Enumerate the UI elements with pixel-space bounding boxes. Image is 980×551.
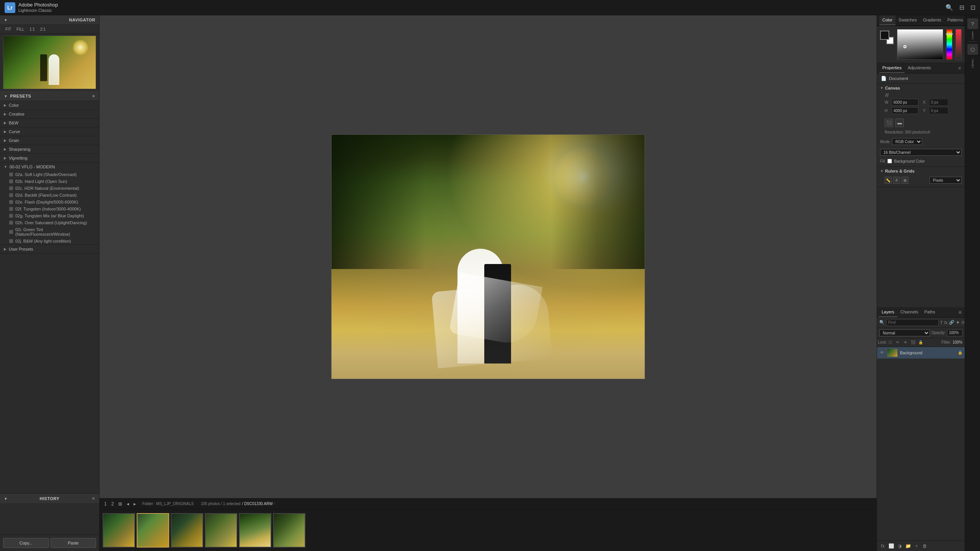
preset-bw-header[interactable]: ▶ B&W bbox=[0, 119, 99, 127]
libraries-btn[interactable]: ⬡ bbox=[967, 44, 978, 55]
preset-item-02a[interactable]: 02a. Soft Light (Shade/Overcast) bbox=[0, 171, 99, 178]
preset-item-02j[interactable]: 02j. B&W (Any light condition) bbox=[0, 238, 99, 245]
tab-layers[interactable]: Layers bbox=[879, 307, 897, 317]
preset-item-02f[interactable]: 02f. Tungsten (Indoor/3000-4000K) bbox=[0, 205, 99, 212]
tab-color[interactable]: Color bbox=[879, 15, 895, 25]
portrait-icon-btn[interactable]: ▬ bbox=[895, 119, 904, 127]
libraries-label[interactable]: Librari... bbox=[971, 57, 974, 68]
link-icon[interactable]: ⛓ bbox=[885, 93, 889, 97]
layers-search-input[interactable] bbox=[886, 319, 939, 326]
tab-patterns[interactable]: Patterns bbox=[944, 15, 965, 25]
color-spectrum[interactable] bbox=[897, 29, 943, 60]
group-btn[interactable]: 📁 bbox=[905, 543, 911, 549]
hue-slider[interactable] bbox=[946, 29, 952, 60]
tab-channels[interactable]: Channels bbox=[897, 307, 921, 317]
blend-mode-select[interactable]: Normal Multiply Screen bbox=[879, 329, 930, 336]
lock-position-btn[interactable]: ✛ bbox=[902, 339, 908, 346]
preset-item-02c[interactable]: 02c. HDR Natural (Environmental) bbox=[0, 185, 99, 192]
filmstrip-thumb-2[interactable] bbox=[137, 513, 169, 548]
filmstrip-thumb-5[interactable] bbox=[239, 513, 271, 548]
paste-button[interactable]: Paste bbox=[51, 538, 96, 548]
ruler-icon-1[interactable]: 📏 bbox=[885, 177, 892, 184]
tab-properties[interactable]: Properties bbox=[879, 63, 905, 73]
bits-select[interactable]: 16 Bits/Channel bbox=[880, 149, 962, 156]
preset-sharpening-header[interactable]: ▶ Sharpening bbox=[0, 145, 99, 153]
layer-fx-icon[interactable]: fx bbox=[944, 319, 948, 326]
view-right-btn[interactable]: ▸ bbox=[132, 500, 137, 507]
preset-item-02d[interactable]: 02d. Backlit (Flare/Low Contrast) bbox=[0, 192, 99, 199]
maximize-icon[interactable]: ⊡ bbox=[970, 4, 975, 11]
rulers-header[interactable]: ▼ Rulers & Grids bbox=[877, 167, 965, 175]
lock-artboard-btn[interactable]: ⬛ bbox=[910, 339, 916, 346]
canvas-area[interactable] bbox=[100, 15, 877, 498]
tab-swatches[interactable]: Swatches bbox=[895, 15, 920, 25]
window-icon[interactable]: ⊟ bbox=[959, 4, 964, 11]
preset-color-header[interactable]: ▶ Color bbox=[0, 101, 99, 109]
new-layer-btn[interactable]: + bbox=[913, 543, 920, 549]
layer-eye-icon[interactable]: 👁 bbox=[879, 350, 885, 355]
copy-button[interactable]: Copy... bbox=[3, 538, 49, 548]
fill-checkbox[interactable] bbox=[887, 159, 892, 163]
tab-adjustments[interactable]: Adjustments bbox=[905, 63, 934, 73]
fg-bg-swatches[interactable] bbox=[880, 31, 894, 44]
presets-add-btn[interactable]: + bbox=[92, 93, 95, 99]
view-btn-2[interactable]: 2 bbox=[110, 500, 116, 507]
layers-menu-btn[interactable]: ≡ bbox=[957, 308, 963, 317]
filmstrip-thumb-1[interactable] bbox=[103, 513, 135, 548]
props-menu-icon[interactable]: ≡ bbox=[957, 64, 962, 72]
document-btn[interactable]: 📄 Document bbox=[877, 73, 965, 84]
preset-vignetting-header[interactable]: ▶ Vignetting bbox=[0, 154, 99, 162]
layer-background[interactable]: 👁 Background 🔒 bbox=[877, 347, 965, 359]
presets-header[interactable]: ▼ Presets + bbox=[0, 91, 99, 101]
view-btn-1[interactable]: 1 bbox=[103, 500, 108, 507]
preset-item-02i[interactable]: 02i. Green Tint (Nature/Fluorescent/Wind… bbox=[0, 226, 99, 238]
nav-1-1-btn[interactable]: 1:1 bbox=[28, 26, 36, 32]
y-input[interactable] bbox=[929, 107, 948, 114]
x-input[interactable] bbox=[929, 99, 948, 106]
tab-paths[interactable]: Paths bbox=[921, 307, 938, 317]
alpha-slider[interactable] bbox=[956, 29, 962, 60]
opacity-input[interactable] bbox=[947, 329, 962, 336]
tab-gradients[interactable]: Gradients bbox=[920, 15, 944, 25]
adjustment-btn[interactable]: ◑ bbox=[896, 543, 903, 549]
delete-layer-btn[interactable]: 🗑 bbox=[921, 543, 928, 549]
preset-item-02b[interactable]: 02b. Hard Light (Open Sun) bbox=[0, 178, 99, 185]
search-icon[interactable]: 🔍 bbox=[879, 319, 885, 326]
lock-paint-btn[interactable]: ✏ bbox=[895, 339, 901, 346]
height-input[interactable] bbox=[892, 107, 918, 114]
lock-all-btn[interactable]: 🔒 bbox=[918, 339, 924, 346]
preset-custom-header[interactable]: ▼ 00-02 VFLO - MODERN bbox=[0, 163, 99, 171]
view-left-btn[interactable]: ◂ bbox=[125, 500, 131, 507]
ruler-icon-3[interactable]: ⊞ bbox=[902, 177, 908, 184]
filmstrip-thumb-6[interactable] bbox=[273, 513, 305, 548]
history-header[interactable]: ▼ History ✕ bbox=[0, 494, 99, 504]
preset-item-02e[interactable]: 02e. Flash (Daylight/5000-6000K) bbox=[0, 199, 99, 205]
preset-item-02g[interactable]: 02g. Tungsten Mix (w/ Blue Daylight) bbox=[0, 212, 99, 219]
learn-btn[interactable]: ? bbox=[967, 18, 978, 29]
nav-2-1-btn[interactable]: 2:1 bbox=[39, 26, 47, 32]
view-grid-btn[interactable]: ⊞ bbox=[117, 500, 124, 507]
ruler-icon-2[interactable]: # bbox=[893, 177, 900, 184]
preset-grain-header[interactable]: ▶ Grain bbox=[0, 136, 99, 145]
history-close-btn[interactable]: ✕ bbox=[91, 496, 95, 501]
layer-type-icon[interactable]: T bbox=[940, 319, 943, 326]
add-mask-btn[interactable]: ⬜ bbox=[888, 543, 895, 549]
preset-item-02h[interactable]: 02h. Over Saturated (Uplight/Dancing) bbox=[0, 219, 99, 226]
nav-fill-btn[interactable]: FILL bbox=[15, 26, 26, 32]
foreground-swatch[interactable] bbox=[880, 31, 889, 40]
filmstrip-thumb-3[interactable] bbox=[171, 513, 203, 548]
navigator-header[interactable]: ▼ Navigator bbox=[0, 15, 99, 25]
layer-smart-icon[interactable]: 🔗 bbox=[949, 319, 954, 326]
lock-transparency-btn[interactable]: ⬡ bbox=[887, 339, 893, 346]
preset-creative-header[interactable]: ▶ Creative bbox=[0, 110, 99, 118]
width-input[interactable] bbox=[892, 99, 918, 106]
preset-user-header[interactable]: ▶ User Presets bbox=[0, 245, 99, 253]
layer-attr-icon[interactable]: ★ bbox=[956, 319, 960, 326]
search-top-icon[interactable]: 🔍 bbox=[946, 4, 953, 11]
layer-filter-icon[interactable]: ⊙ bbox=[961, 319, 965, 326]
nav-fit-btn[interactable]: FIT bbox=[4, 26, 13, 32]
filmstrip-thumb-4[interactable] bbox=[205, 513, 237, 548]
rulers-unit-select[interactable]: Pixels Inches Centimeters bbox=[929, 177, 962, 184]
preset-curve-header[interactable]: ▶ Curve bbox=[0, 127, 99, 136]
mode-select[interactable]: RGB Color bbox=[892, 138, 922, 145]
